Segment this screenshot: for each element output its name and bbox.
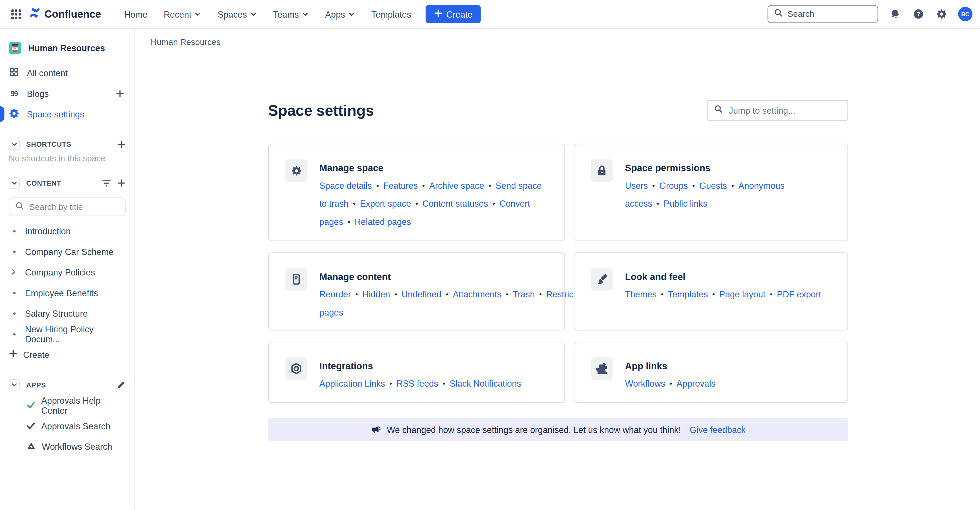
sidebar-nav: All content99BlogsSpace settings — [0, 62, 135, 124]
space-avatar-icon — [9, 42, 21, 54]
help-icon[interactable]: ? — [912, 8, 924, 20]
setting-link[interactable]: Page layout — [719, 289, 765, 299]
setting-link[interactable]: Content statuses — [422, 199, 488, 209]
page-tree-item[interactable]: Company Policies — [0, 262, 135, 283]
page-tree-item[interactable]: Introduction — [0, 221, 135, 241]
document-icon — [285, 268, 307, 291]
give-feedback-link[interactable]: Give feedback — [690, 424, 746, 434]
confluence-logo[interactable]: Confluence — [29, 7, 101, 21]
settings-gear-icon[interactable] — [935, 8, 948, 20]
setting-link[interactable]: Undefined — [402, 289, 441, 299]
bullet-separator: • — [389, 379, 392, 388]
content-section-header: CONTENT — [0, 177, 135, 189]
setting-link[interactable]: Templates — [668, 289, 708, 299]
setting-link[interactable]: Application Links — [319, 379, 385, 389]
page-title-search[interactable] — [9, 197, 126, 216]
bullet-separator: • — [395, 290, 397, 299]
nav-item-teams[interactable]: Teams — [266, 5, 316, 23]
chevron-down-icon[interactable] — [9, 379, 20, 391]
page-tree-item[interactable]: Employee Benefits — [0, 282, 135, 303]
setting-link[interactable]: Public links — [663, 199, 707, 209]
setting-link[interactable]: Workflows — [625, 379, 665, 389]
sidebar-item-blogs[interactable]: 99Blogs — [0, 83, 135, 104]
bullet-icon — [13, 291, 16, 294]
setting-link[interactable]: PDF export — [777, 289, 821, 299]
page-tree-item[interactable]: Salary Structure — [0, 303, 135, 324]
setting-link[interactable]: Export space — [360, 199, 411, 209]
card-title: App links — [625, 357, 833, 375]
bullet-separator: • — [347, 218, 350, 226]
chevron-down-icon — [348, 9, 355, 19]
setting-link[interactable]: Archive space — [429, 181, 484, 191]
setting-link[interactable]: Features — [383, 181, 418, 191]
app-switcher-icon[interactable] — [9, 6, 24, 22]
bullet-icon — [13, 333, 16, 335]
breadcrumb[interactable]: Human Resources — [151, 38, 221, 47]
bullet-separator: • — [488, 181, 491, 190]
add-blog-icon[interactable] — [116, 89, 126, 98]
setting-link[interactable]: Related pages — [355, 217, 411, 227]
edit-pencil-icon[interactable] — [116, 380, 126, 389]
create-button[interactable]: Create — [426, 5, 480, 23]
sidebar-item-space-settings[interactable]: Space settings — [0, 104, 135, 124]
space-header[interactable]: Human Resources — [0, 40, 135, 56]
add-page-icon[interactable] — [117, 179, 126, 187]
chevron-down-icon[interactable] — [9, 177, 20, 189]
setting-link[interactable]: RSS feeds — [396, 379, 438, 389]
bullet-icon — [13, 312, 16, 315]
bullet-separator: • — [376, 181, 379, 190]
main-content: Human Resources Space settings Manage sp… — [136, 29, 980, 510]
app-item-approvals-help-center[interactable]: Approvals Help Center — [0, 395, 135, 416]
setting-link[interactable]: Hidden — [362, 289, 390, 299]
svg-text:?: ? — [916, 11, 920, 17]
nav-item-spaces[interactable]: Spaces — [211, 5, 264, 23]
setting-link[interactable]: Groups — [659, 181, 688, 191]
setting-link[interactable]: Approvals — [676, 379, 716, 389]
nav-item-templates[interactable]: Templates — [364, 5, 418, 23]
setting-link[interactable]: Guests — [699, 181, 727, 191]
app-item-workflows-search[interactable]: Workflows Search — [0, 436, 135, 457]
app-item-approvals-search[interactable]: Approvals Search — [0, 415, 135, 436]
search-by-title-input[interactable] — [29, 202, 119, 211]
card-integrations: IntegrationsApplication Links•RSS feeds•… — [268, 342, 565, 403]
bullet-separator: • — [670, 379, 672, 388]
notifications-bell-icon[interactable] — [889, 8, 901, 20]
chevron-down-icon[interactable] — [9, 139, 20, 150]
primary-nav: HomeRecentSpacesTeamsAppsTemplates — [117, 5, 418, 23]
nut-icon — [285, 357, 307, 380]
quote-icon: 99 — [11, 89, 18, 97]
add-shortcut-icon[interactable] — [117, 140, 126, 149]
setting-link[interactable]: Themes — [625, 289, 657, 299]
content-title: CONTENT — [26, 180, 61, 187]
global-search-input[interactable] — [788, 10, 872, 19]
create-page-item[interactable]: Create — [0, 344, 135, 365]
nav-item-home[interactable]: Home — [117, 5, 154, 23]
nav-item-recent[interactable]: Recent — [157, 5, 208, 23]
user-avatar[interactable]: BC — [958, 7, 973, 21]
chevron-down-icon — [194, 9, 201, 19]
sidebar-item-all-content[interactable]: All content — [0, 62, 135, 83]
chevron-right-icon[interactable] — [10, 267, 18, 277]
apps-list: Approvals Help CenterApprovals SearchWor… — [0, 395, 135, 457]
search-icon — [774, 8, 783, 20]
nav-item-apps[interactable]: Apps — [318, 5, 362, 23]
global-search[interactable] — [768, 5, 878, 23]
apps-section-header: APPS — [0, 379, 135, 391]
setting-link[interactable]: Trash — [513, 289, 535, 299]
filter-icon[interactable] — [101, 178, 112, 188]
card-title: Manage space — [319, 159, 549, 177]
card-title: Manage content — [319, 267, 549, 286]
setting-link[interactable]: Reorder — [319, 289, 351, 299]
search-icon — [714, 104, 723, 116]
card-title: Integrations — [319, 357, 549, 375]
page-tree-item[interactable]: Company Car Scheme — [0, 241, 135, 262]
jump-to-setting-input[interactable] — [729, 105, 842, 115]
bullet-separator: • — [732, 181, 734, 190]
setting-link[interactable]: Users — [625, 181, 648, 191]
setting-link[interactable]: Attachments — [453, 289, 501, 299]
bullet-separator: • — [415, 199, 418, 208]
setting-link[interactable]: Slack Notifications — [450, 379, 521, 389]
page-tree-item[interactable]: New Hiring Policy Docum... — [0, 324, 135, 344]
setting-link[interactable]: Space details — [319, 181, 372, 191]
jump-to-setting-search[interactable] — [707, 100, 848, 121]
